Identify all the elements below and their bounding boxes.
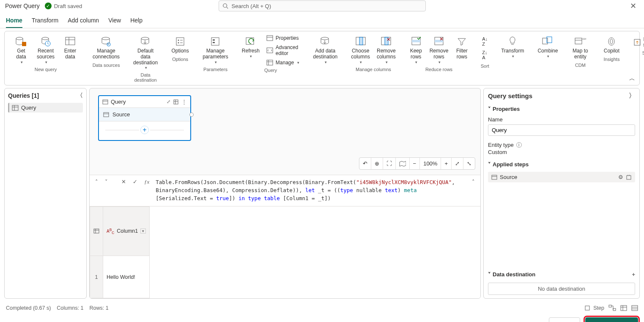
diagram-view[interactable]: Query ⤢ ⋮ Source + ↶ ⊕ ⛶ xyxy=(90,88,480,175)
table-row[interactable]: 1 Hello World! xyxy=(90,256,150,298)
save-and-run-button[interactable]: Save and run xyxy=(585,317,638,322)
combine-button[interactable]: Combine▾ xyxy=(535,34,560,60)
svg-point-14 xyxy=(178,42,179,44)
group-new-query: New query xyxy=(35,67,57,72)
copilot-button[interactable]: Copilot xyxy=(600,34,623,56)
svg-rect-12 xyxy=(176,38,184,45)
manage-parameters-button[interactable]: Manage parameters▾ xyxy=(200,34,231,66)
enter-data-button[interactable]: Enter data xyxy=(59,34,82,62)
step-view-toggle[interactable]: Step xyxy=(585,305,604,311)
svg-rect-29 xyxy=(359,37,363,45)
add-data-destination-button[interactable]: Add data destination▾ xyxy=(310,34,340,66)
export-icon xyxy=(634,39,641,46)
choose-columns-button[interactable]: Choose columns▾ xyxy=(348,34,373,66)
prev-step-button[interactable]: ˄ xyxy=(93,178,100,186)
formula-input[interactable]: Table.FromRows(Json.Document(Binary.Deco… xyxy=(154,178,467,203)
group-manage-columns: Manage columns xyxy=(356,67,391,72)
fullscreen-button[interactable]: ⛶ xyxy=(383,158,396,169)
diagram-step-source[interactable]: Source xyxy=(99,108,190,121)
options-button[interactable]: Options xyxy=(169,34,192,56)
collapse-right-icon[interactable]: 〉 xyxy=(629,92,635,100)
remove-rows-button[interactable]: Remove rows▾ xyxy=(427,34,451,66)
get-data-button[interactable]: Get data▾ xyxy=(10,34,33,66)
more-icon[interactable]: ⋮ xyxy=(181,99,187,105)
applied-step-source[interactable]: Source ⚙ xyxy=(488,172,635,182)
zoom-out-button[interactable]: − xyxy=(410,158,420,169)
default-data-destination-button[interactable]: Default data destination▾ xyxy=(131,34,160,72)
svg-point-4 xyxy=(42,37,49,40)
map-to-entity-button[interactable]: CDM Map to entity xyxy=(569,34,592,62)
properties-button[interactable]: Properties xyxy=(264,34,302,42)
query-diagram-node[interactable]: Query ⤢ ⋮ Source + xyxy=(98,95,191,141)
add-destination-icon[interactable]: + xyxy=(632,271,635,278)
export-template-button[interactable]: Export template xyxy=(631,34,644,50)
save-button[interactable]: Save xyxy=(549,317,580,322)
svg-rect-19 xyxy=(213,42,215,43)
schema-view-icon[interactable] xyxy=(631,305,638,311)
close-button[interactable]: ✕ xyxy=(628,0,639,11)
fx-icon[interactable]: ƒx xyxy=(142,178,151,186)
combine-icon xyxy=(541,36,554,47)
svg-rect-17 xyxy=(211,38,219,45)
step-settings-icon[interactable]: ⚙ xyxy=(618,174,623,180)
keep-rows-icon xyxy=(409,36,423,47)
add-step-button[interactable]: + xyxy=(140,126,149,134)
sort-asc-button[interactable]: A↓Z xyxy=(481,36,488,47)
commit-formula-button[interactable]: ✓ xyxy=(131,178,140,186)
collapse-icon[interactable]: ⤢ xyxy=(167,99,170,105)
remove-columns-button[interactable]: Remove columns▾ xyxy=(374,34,398,66)
advanced-editor-button[interactable]: Advanced editor xyxy=(264,43,302,58)
expand-formula-button[interactable]: ˄ xyxy=(470,178,477,186)
applied-steps-header[interactable]: ˅Applied steps xyxy=(488,161,635,168)
lightbulb-icon xyxy=(506,36,519,47)
search-input[interactable]: Search (Alt + Q) xyxy=(219,0,426,11)
copilot-icon xyxy=(605,36,618,47)
collapse-diagram-button[interactable]: ⤢ xyxy=(452,158,463,169)
tab-transform[interactable]: Transform xyxy=(32,15,58,28)
transform-button[interactable]: Transform▾ xyxy=(499,34,526,60)
collapse-left-icon[interactable]: 〈 xyxy=(77,92,83,99)
output-port[interactable] xyxy=(189,113,194,117)
undo-button[interactable]: ↶ xyxy=(359,158,371,169)
column-header-column1[interactable]: ABC Column1 ▾ xyxy=(103,206,150,256)
manage-button[interactable]: Manage▾ xyxy=(264,58,302,67)
data-destination-header[interactable]: ˅Data destination + xyxy=(488,271,635,278)
expand-icon[interactable] xyxy=(173,99,179,105)
zoom-in-button[interactable]: + xyxy=(441,158,452,169)
sort-desc-button[interactable]: Z↓A xyxy=(481,49,488,61)
refresh-button[interactable]: Refresh▾ xyxy=(239,34,262,60)
svg-rect-39 xyxy=(575,38,582,44)
svg-point-42 xyxy=(610,39,613,44)
cell-value[interactable]: Hello World! xyxy=(103,256,150,298)
tab-add-column[interactable]: Add column xyxy=(68,15,99,28)
info-icon[interactable]: i xyxy=(516,142,522,148)
expand-diagram-button[interactable]: ⤡ xyxy=(463,158,475,169)
diagram-view-icon[interactable] xyxy=(608,305,616,311)
group-query: Query xyxy=(264,68,277,73)
properties-section-header[interactable]: ˅Properties xyxy=(488,106,635,112)
ribbon: Get data▾ Recent sources▾ Enter data New… xyxy=(4,31,640,85)
map-button[interactable] xyxy=(396,158,410,169)
properties-icon xyxy=(266,35,273,41)
manage-connections-button[interactable]: Manage connections xyxy=(90,34,122,62)
search-icon xyxy=(222,3,228,9)
recent-sources-button[interactable]: Recent sources▾ xyxy=(34,34,57,66)
query-name-input[interactable] xyxy=(488,124,635,136)
fit-button[interactable]: ⊕ xyxy=(371,158,383,169)
data-grid[interactable]: ABC Column1 ▾ 1 Hello World! xyxy=(90,206,480,299)
next-step-button[interactable]: ˅ xyxy=(103,178,110,186)
tab-help[interactable]: Help xyxy=(130,15,143,28)
table-icon xyxy=(12,105,19,111)
cancel-formula-button[interactable]: ✕ xyxy=(119,178,128,186)
step-delete-icon[interactable] xyxy=(626,174,632,180)
filter-rows-button[interactable]: Filter rows xyxy=(452,34,471,62)
select-all-corner[interactable] xyxy=(90,206,103,256)
data-view-icon[interactable] xyxy=(620,305,627,311)
tab-view[interactable]: View xyxy=(108,15,121,28)
query-list-item[interactable]: Query xyxy=(8,103,83,113)
column-filter-button[interactable]: ▾ xyxy=(140,228,146,234)
collapse-ribbon-button[interactable]: ︿ xyxy=(629,75,635,83)
keep-rows-button[interactable]: Keep rows▾ xyxy=(407,34,425,66)
recent-icon xyxy=(39,36,52,47)
tab-home[interactable]: Home xyxy=(6,15,22,28)
